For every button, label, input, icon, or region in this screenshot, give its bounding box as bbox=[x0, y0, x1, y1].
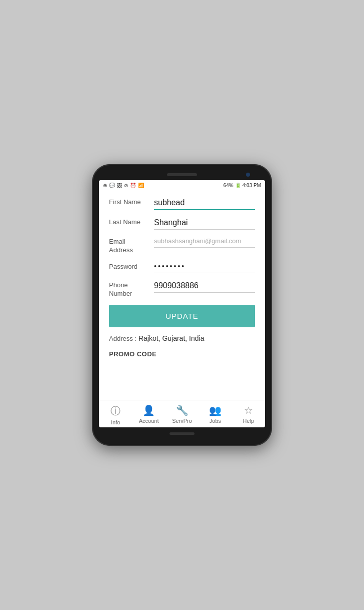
form-area: First Name subhead Last Name Shanghai Em… bbox=[99, 191, 265, 370]
nav-item-account[interactable]: 👤 Account bbox=[132, 404, 165, 425]
info-icon: ⓘ bbox=[110, 404, 120, 418]
last-name-value[interactable]: Shanghai bbox=[154, 217, 255, 228]
nav-item-help[interactable]: ☆ Help bbox=[232, 404, 265, 425]
nav-item-info[interactable]: ⓘ Info bbox=[99, 404, 132, 425]
email-input-wrap: subhashsanghani@gmail.com bbox=[154, 237, 255, 247]
promo-code-row[interactable]: PROMO CODE bbox=[109, 347, 255, 366]
account-icon: 👤 bbox=[142, 404, 155, 416]
whatsapp-icon: 💬 bbox=[109, 183, 115, 188]
nav-label-servpro: ServPro bbox=[172, 418, 192, 424]
phone-label: PhoneNumber bbox=[109, 280, 154, 298]
image-icon: 🖼 bbox=[117, 183, 122, 188]
nav-item-servpro[interactable]: 🔧 ServPro bbox=[166, 404, 198, 425]
servpro-icon: 🔧 bbox=[176, 404, 188, 416]
email-label: EmailAddress bbox=[109, 237, 154, 255]
status-right: 64% 🔋 4:03 PM bbox=[224, 183, 261, 188]
email-value[interactable]: subhashsanghani@gmail.com bbox=[154, 237, 255, 246]
battery-percent: 64% bbox=[224, 183, 234, 188]
address-value: Rajkot, Gujarat, India bbox=[138, 334, 204, 342]
wifi-icon: 📶 bbox=[138, 183, 144, 188]
nav-item-jobs[interactable]: 👥 Jobs bbox=[198, 404, 232, 425]
nav-label-info: Info bbox=[111, 419, 120, 425]
phone-screen: ⊕ 💬 🖼 ⊘ ⏰ 📶 64% 🔋 4:03 PM First Name sub… bbox=[99, 180, 265, 428]
last-name-label: Last Name bbox=[109, 217, 154, 227]
last-name-row: Last Name Shanghai bbox=[109, 217, 255, 230]
update-button[interactable]: UPDATE bbox=[109, 305, 255, 327]
password-label: Password bbox=[109, 262, 154, 271]
last-name-input-wrap: Shanghai bbox=[154, 217, 255, 230]
phone-top bbox=[99, 173, 265, 176]
nav-label-jobs: Jobs bbox=[210, 418, 221, 424]
first-name-row: First Name subhead bbox=[109, 197, 255, 210]
first-name-value[interactable]: subhead bbox=[154, 197, 255, 208]
time-display: 4:03 PM bbox=[242, 183, 261, 188]
mute-icon: ⊘ bbox=[124, 183, 128, 188]
first-name-input-wrap: subhead bbox=[154, 197, 255, 210]
password-input-wrap: •••••••• bbox=[154, 262, 255, 273]
status-left: ⊕ 💬 🖼 ⊘ ⏰ 📶 bbox=[103, 183, 144, 188]
email-row: EmailAddress subhashsanghani@gmail.com bbox=[109, 237, 255, 255]
speaker bbox=[167, 173, 197, 176]
spacer bbox=[99, 370, 265, 400]
first-name-label: First Name bbox=[109, 197, 154, 207]
nav-label-help: Help bbox=[243, 418, 254, 424]
alarm-icon: ⏰ bbox=[130, 183, 136, 188]
phone-input-wrap: 9909038886 bbox=[154, 280, 255, 293]
home-button[interactable] bbox=[170, 432, 194, 435]
camera bbox=[246, 173, 250, 177]
notification-icon: ⊕ bbox=[103, 183, 107, 188]
password-value[interactable]: •••••••• bbox=[154, 262, 255, 272]
jobs-icon: 👥 bbox=[209, 404, 222, 416]
phone-row: PhoneNumber 9909038886 bbox=[109, 280, 255, 298]
phone-device: ⊕ 💬 🖼 ⊘ ⏰ 📶 64% 🔋 4:03 PM First Name sub… bbox=[92, 164, 272, 446]
status-bar: ⊕ 💬 🖼 ⊘ ⏰ 📶 64% 🔋 4:03 PM bbox=[99, 180, 265, 191]
address-label: Address : bbox=[109, 335, 136, 342]
phone-bottom-bar bbox=[99, 432, 265, 435]
battery-icon: 🔋 bbox=[235, 183, 241, 188]
password-row: Password •••••••• bbox=[109, 262, 255, 273]
help-icon: ☆ bbox=[244, 404, 253, 416]
promo-code-label: PROMO CODE bbox=[109, 350, 156, 358]
phone-value[interactable]: 9909038886 bbox=[154, 280, 255, 291]
bottom-nav: ⓘ Info 👤 Account 🔧 ServPro 👥 Jobs ☆ Help bbox=[99, 400, 265, 427]
address-row: Address : Rajkot, Gujarat, India bbox=[109, 334, 255, 347]
nav-label-account: Account bbox=[139, 418, 159, 424]
